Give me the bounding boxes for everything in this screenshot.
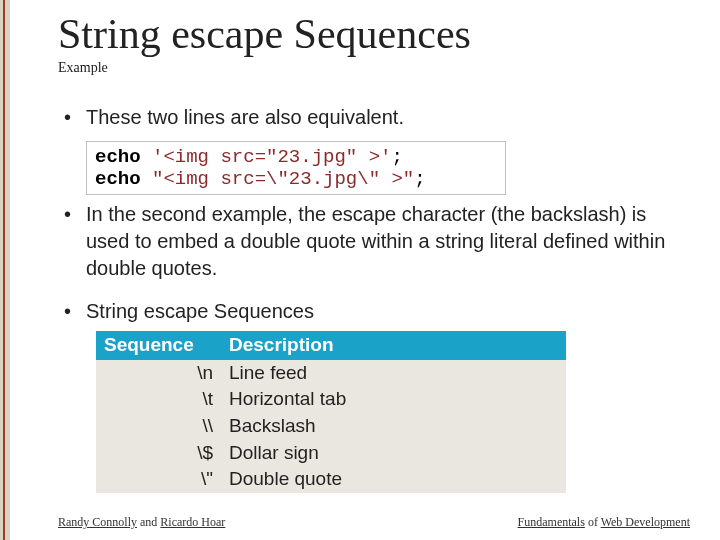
- slide-content: These two lines are also equivalent. ech…: [58, 104, 690, 493]
- code-terminator: ;: [414, 168, 425, 190]
- bullet-explanation: In the second example, the escape charac…: [58, 201, 690, 282]
- slide-title: String escape Sequences: [58, 10, 690, 58]
- code-block: echo '<img src="23.jpg" >'; echo "<img s…: [86, 141, 506, 195]
- footer-book-1: Fundamentals: [518, 515, 585, 529]
- bullet-table-heading: String escape Sequences: [58, 298, 690, 325]
- table-cell-seq: \\: [96, 413, 221, 440]
- code-line-2: echo "<img src=\"23.jpg\" >";: [95, 168, 497, 190]
- code-line-1: echo '<img src="23.jpg" >';: [95, 146, 497, 168]
- footer-author-1: Randy Connolly: [58, 515, 137, 529]
- code-string: "<img src=\"23.jpg\" >": [152, 168, 414, 190]
- table-cell-desc: Horizontal tab: [221, 386, 566, 413]
- code-keyword: echo: [95, 146, 141, 168]
- table-cell-seq: \$: [96, 440, 221, 467]
- footer-right: Fundamentals of Web Development: [518, 515, 690, 530]
- table-cell-seq: \t: [96, 386, 221, 413]
- code-keyword: echo: [95, 168, 141, 190]
- table-cell-seq: \": [96, 466, 221, 493]
- code-string: '<img src="23.jpg" >': [152, 146, 391, 168]
- footer-book-2: Web Development: [601, 515, 690, 529]
- table-cell-desc: Line feed: [221, 360, 566, 387]
- slide-accent: [0, 0, 10, 540]
- table-cell-desc: Double quote: [221, 466, 566, 493]
- bullet-equivalent: These two lines are also equivalent.: [58, 104, 690, 131]
- table-cell-seq: \n: [96, 360, 221, 387]
- footer-left: Randy Connolly and Ricardo Hoar: [58, 515, 225, 530]
- escape-table: Sequence Description \n Line feed \t Hor…: [96, 331, 690, 493]
- table-cell-desc: Dollar sign: [221, 440, 566, 467]
- footer-text: of: [585, 515, 601, 529]
- code-space: [141, 168, 152, 190]
- table-header-description: Description: [221, 331, 566, 360]
- footer: Randy Connolly and Ricardo Hoar Fundamen…: [58, 515, 690, 530]
- footer-text: and: [137, 515, 160, 529]
- slide: String escape Sequences Example These tw…: [10, 0, 720, 540]
- slide-subtitle: Example: [58, 60, 690, 76]
- footer-author-2: Ricardo Hoar: [160, 515, 225, 529]
- table-cell-desc: Backslash: [221, 413, 566, 440]
- table-header-sequence: Sequence: [96, 331, 221, 360]
- code-space: [141, 146, 152, 168]
- code-terminator: ;: [391, 146, 402, 168]
